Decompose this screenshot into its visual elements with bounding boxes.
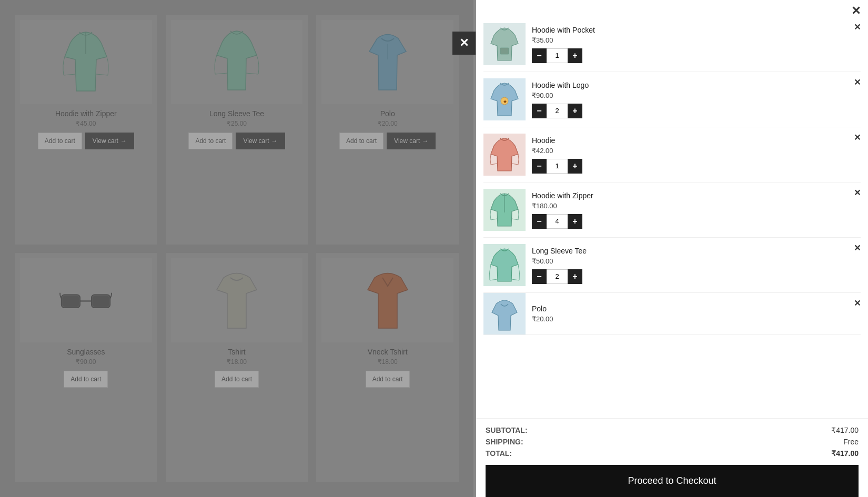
total-label: TOTAL: bbox=[486, 449, 512, 458]
cart-item-name-long-sleeve-tee: Long Sleeve Tee bbox=[532, 247, 861, 255]
cart-item-price-hoodie-logo: ₹90.00 bbox=[532, 92, 861, 99]
qty-increase-hoodie-logo[interactable]: + bbox=[568, 104, 582, 118]
cart-item-details-hoodie-logo: Hoodie with Logo ₹90.00 − 2 + bbox=[532, 81, 861, 118]
total-row: TOTAL: ₹417.00 bbox=[486, 449, 859, 458]
cart-item-qty-hoodie-zipper: − 4 + bbox=[532, 214, 848, 229]
subtotal-value: ₹417.00 bbox=[831, 426, 859, 434]
cart-item-image-hoodie bbox=[483, 134, 526, 176]
cart-item-hoodie-pocket: Hoodie with Pocket ₹35.00 − 1 + ✕ bbox=[483, 17, 861, 72]
cart-header: ✕ bbox=[476, 0, 868, 17]
cart-item-name-hoodie-logo: Hoodie with Logo bbox=[532, 81, 861, 89]
cart-item-hoodie-zipper: Hoodie with Zipper ₹180.00 − 4 + ✕ bbox=[483, 182, 861, 238]
cart-item-price-long-sleeve-tee: ₹50.00 bbox=[532, 257, 861, 265]
cart-item-image-hoodie-pocket bbox=[483, 23, 526, 65]
cart-item-details-hoodie-pocket: Hoodie with Pocket ₹35.00 − 1 + bbox=[532, 26, 861, 63]
cart-item-name-polo: Polo bbox=[532, 305, 861, 313]
qty-increase-hoodie-pocket[interactable]: + bbox=[568, 48, 582, 63]
cart-totals: SUBTOTAL: ₹417.00 SHIPPING: Free TOTAL: … bbox=[486, 426, 859, 458]
remove-item-hoodie-pocket[interactable]: ✕ bbox=[854, 22, 861, 32]
subtotal-label: SUBTOTAL: bbox=[486, 426, 528, 434]
qty-decrease-hoodie-logo[interactable]: − bbox=[532, 104, 547, 118]
qty-decrease-long-sleeve-tee[interactable]: − bbox=[532, 269, 547, 284]
cart-overlay bbox=[0, 0, 473, 497]
qty-value-hoodie-pocket: 1 bbox=[547, 48, 568, 63]
checkout-button[interactable]: Proceed to Checkout bbox=[486, 465, 859, 497]
shipping-row: SHIPPING: Free bbox=[486, 438, 859, 446]
remove-item-hoodie[interactable]: ✕ bbox=[854, 133, 861, 143]
cart-item-image-hoodie-zipper bbox=[483, 189, 526, 231]
cart-item-price-hoodie-pocket: ₹35.00 bbox=[532, 36, 861, 44]
cart-item-polo: Polo ₹20.00 ✕ bbox=[483, 293, 861, 335]
cart-item-qty-hoodie-logo: − 2 + bbox=[532, 104, 848, 118]
qty-value-hoodie-logo: 2 bbox=[547, 104, 568, 118]
cart-item-long-sleeve-tee: Long Sleeve Tee ₹50.00 − 2 + ✕ bbox=[483, 238, 861, 293]
svg-text:★: ★ bbox=[503, 99, 507, 104]
cart-item-price-hoodie-zipper: ₹180.00 bbox=[532, 202, 861, 210]
qty-increase-long-sleeve-tee[interactable]: + bbox=[568, 269, 582, 284]
cart-item-name-hoodie: Hoodie bbox=[532, 136, 861, 145]
cart-item-qty-hoodie-pocket: − 1 + bbox=[532, 48, 848, 63]
cart-item-hoodie: Hoodie ₹42.00 − 1 + ✕ bbox=[483, 127, 861, 182]
qty-increase-hoodie[interactable]: + bbox=[568, 159, 582, 174]
qty-value-long-sleeve-tee: 2 bbox=[547, 269, 568, 284]
qty-value-hoodie-zipper: 4 bbox=[547, 214, 568, 229]
cart-item-image-hoodie-logo: ★ bbox=[483, 78, 526, 120]
cart-item-name-hoodie-pocket: Hoodie with Pocket bbox=[532, 26, 861, 34]
cart-footer: SUBTOTAL: ₹417.00 SHIPPING: Free TOTAL: … bbox=[476, 418, 868, 497]
remove-item-hoodie-zipper[interactable]: ✕ bbox=[854, 188, 861, 198]
cart-item-details-hoodie-zipper: Hoodie with Zipper ₹180.00 − 4 + bbox=[532, 191, 861, 229]
cart-item-details-long-sleeve-tee: Long Sleeve Tee ₹50.00 − 2 + bbox=[532, 247, 861, 284]
remove-item-long-sleeve-tee[interactable]: ✕ bbox=[854, 243, 861, 253]
cart-item-hoodie-logo: ★ Hoodie with Logo ₹90.00 − 2 + ✕ bbox=[483, 72, 861, 127]
cart-item-details-hoodie: Hoodie ₹42.00 − 1 + bbox=[532, 136, 861, 174]
cart-close-button[interactable]: ✕ bbox=[851, 5, 861, 17]
shipping-value: Free bbox=[843, 438, 859, 446]
shipping-label: SHIPPING: bbox=[486, 438, 523, 446]
subtotal-row: SUBTOTAL: ₹417.00 bbox=[486, 426, 859, 434]
qty-decrease-hoodie-zipper[interactable]: − bbox=[532, 214, 547, 229]
svg-rect-4 bbox=[500, 48, 509, 54]
cart-item-qty-hoodie: − 1 + bbox=[532, 159, 848, 174]
qty-decrease-hoodie[interactable]: − bbox=[532, 159, 547, 174]
cart-item-qty-long-sleeve-tee: − 2 + bbox=[532, 269, 848, 284]
cart-item-price-hoodie: ₹42.00 bbox=[532, 147, 861, 155]
cart-item-price-polo: ₹20.00 bbox=[532, 315, 861, 323]
total-value: ₹417.00 bbox=[831, 449, 859, 458]
cart-item-image-polo bbox=[483, 293, 526, 335]
remove-item-polo[interactable]: ✕ bbox=[854, 298, 861, 308]
cart-item-name-hoodie-zipper: Hoodie with Zipper bbox=[532, 191, 861, 200]
remove-item-hoodie-logo[interactable]: ✕ bbox=[854, 77, 861, 87]
qty-decrease-hoodie-pocket[interactable]: − bbox=[532, 48, 547, 63]
qty-increase-hoodie-zipper[interactable]: + bbox=[568, 214, 582, 229]
cart-item-image-long-sleeve-tee bbox=[483, 244, 526, 286]
cart-items-list: Hoodie with Pocket ₹35.00 − 1 + ✕ ★ bbox=[476, 17, 868, 418]
cart-panel: ✕ Hoodie with Pocket ₹35.00 − 1 + bbox=[476, 0, 868, 497]
overlay-close-button[interactable]: ✕ bbox=[452, 32, 476, 55]
cart-item-details-polo: Polo ₹20.00 bbox=[532, 305, 861, 323]
qty-value-hoodie: 1 bbox=[547, 159, 568, 174]
